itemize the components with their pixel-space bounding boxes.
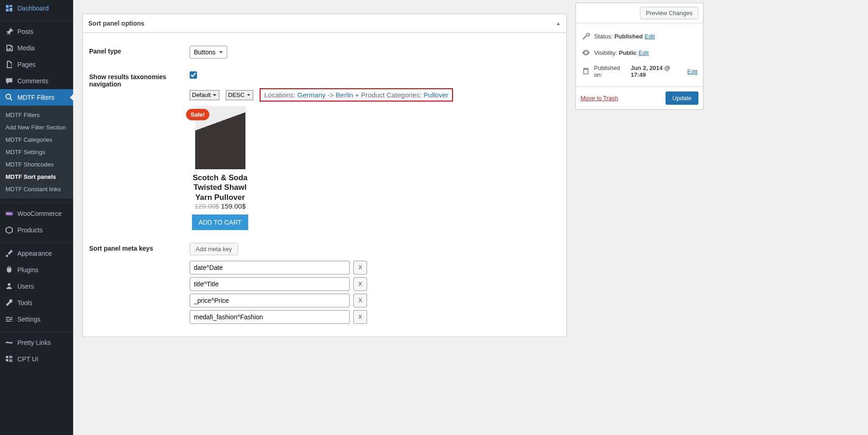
panel-title: Sort panel options [88, 20, 144, 27]
product-new-price: 159.00$ [221, 202, 245, 210]
menu-dashboard[interactable]: Dashboard [0, 0, 73, 16]
pin-icon [5, 27, 14, 36]
meta-key-input[interactable] [190, 310, 350, 324]
meta-key-remove-button[interactable]: X [353, 277, 367, 291]
edit-visibility-link[interactable]: Edit [639, 49, 649, 56]
meta-key-row: X [190, 277, 560, 291]
meta-keys-label: Sort panel meta keys [89, 243, 190, 252]
eye-icon [581, 48, 591, 57]
meta-key-input[interactable] [190, 277, 350, 291]
grid-icon [5, 354, 14, 364]
plug-icon [5, 265, 14, 274]
published-label: Published on: [594, 64, 629, 78]
meta-key-remove-button[interactable]: X [353, 310, 367, 324]
preview-default-select[interactable]: Default [190, 90, 219, 100]
mdtf-submenu: MDTF Filters Add New Filter Section MDTF… [0, 106, 73, 199]
meta-key-input[interactable] [190, 294, 350, 307]
menu-pretty-links[interactable]: Pretty Links [0, 334, 73, 351]
menu-label: Pages [17, 61, 36, 68]
menu-pages[interactable]: Pages [0, 56, 73, 73]
meta-key-row: X [190, 261, 560, 274]
user-icon [5, 282, 14, 291]
search-icon [5, 93, 14, 102]
calendar-icon [581, 67, 590, 76]
wrench-icon [5, 298, 14, 307]
menu-media[interactable]: Media [0, 40, 73, 56]
published-value: Jun 2, 2014 @ 17:49 [631, 64, 686, 78]
menu-label: Pretty Links [17, 339, 51, 346]
add-to-cart-button[interactable]: ADD TO CART [192, 215, 248, 230]
meta-key-remove-button[interactable]: X [353, 261, 367, 274]
meta-key-input[interactable] [190, 261, 350, 274]
menu-label: Dashboard [17, 5, 49, 12]
link-icon [5, 338, 14, 347]
publish-metabox: Preview Changes Status: Published Edit V… [575, 3, 703, 110]
submenu-sort-panels[interactable]: MDTF Sort panels [0, 171, 73, 183]
show-taxonomies-label: Show results taxonomies navigation [89, 71, 190, 88]
update-button[interactable]: Update [666, 91, 698, 105]
menu-woocommerce[interactable]: Woo WooCommerce [0, 205, 73, 222]
visibility-label: Visibility: [594, 49, 617, 56]
status-label: Status: [594, 33, 612, 40]
sale-badge: Sale! [186, 109, 209, 120]
submenu-add-new[interactable]: Add New Filter Section [0, 121, 73, 134]
submenu-filters[interactable]: MDTF Filters [0, 109, 73, 121]
breadcrumb-country[interactable]: Germany [298, 91, 326, 99]
admin-sidebar: Dashboard Posts Media Pages Comments MDT… [0, 0, 73, 435]
menu-label: Products [17, 226, 43, 234]
submenu-categories[interactable]: MDTF Categories [0, 134, 73, 146]
comments-icon [5, 76, 14, 86]
menu-plugins[interactable]: Plugins [0, 262, 73, 278]
panel-type-select[interactable]: Buttons [190, 46, 227, 59]
breadcrumb-city[interactable]: Berlin [335, 91, 353, 99]
key-icon [581, 32, 591, 41]
menu-cpt-ui[interactable]: CPT UI [0, 351, 73, 367]
preview-order-select[interactable]: DESC [226, 90, 253, 100]
collapse-icon: ▲ [556, 21, 561, 26]
edit-status-link[interactable]: Edit [644, 33, 655, 40]
menu-tools[interactable]: Tools [0, 295, 73, 311]
meta-key-row: X [190, 310, 560, 324]
menu-products[interactable]: Products [0, 222, 73, 238]
taxonomy-breadcrumb: Locations: Germany -> Berlin + Product C… [260, 88, 453, 102]
pages-icon [5, 60, 14, 69]
dashboard-icon [5, 4, 14, 13]
product-title: Scotch & Soda Twisted Shawl Yarn Pullove… [190, 173, 250, 202]
media-icon [5, 43, 14, 53]
svg-text:Woo: Woo [6, 212, 12, 215]
menu-label: Posts [17, 28, 33, 35]
add-meta-key-button[interactable]: Add meta key [190, 243, 238, 255]
menu-label: Appearance [17, 250, 52, 257]
move-to-trash-link[interactable]: Move to Trash [580, 95, 618, 102]
menu-label: Users [17, 283, 34, 290]
menu-label: Plugins [17, 266, 38, 274]
menu-posts[interactable]: Posts [0, 23, 73, 40]
menu-label: WooCommerce [17, 210, 62, 217]
menu-label: MDTF Filters [17, 94, 54, 101]
menu-appearance[interactable]: Appearance [0, 245, 73, 262]
submenu-shortcodes[interactable]: MDTF Shortcodes [0, 158, 73, 171]
submenu-constant-links[interactable]: MDTF Constant links [0, 183, 73, 195]
product-card: Sale! Scotch & Soda Twisted Shawl Yarn P… [190, 106, 250, 230]
preview-changes-button[interactable]: Preview Changes [640, 7, 698, 19]
woocommerce-icon: Woo [5, 209, 14, 218]
menu-settings[interactable]: Settings [0, 311, 73, 328]
products-icon [5, 226, 14, 235]
menu-label: Comments [17, 77, 48, 85]
sliders-icon [5, 315, 14, 324]
menu-label: CPT UI [17, 355, 38, 363]
meta-key-row: X [190, 294, 560, 307]
menu-label: Tools [17, 299, 32, 306]
visibility-value: Public [619, 49, 637, 56]
submenu-settings[interactable]: MDTF Settings [0, 146, 73, 158]
breadcrumb-category[interactable]: Pullover [424, 91, 448, 99]
menu-mdtf-filters[interactable]: MDTF Filters [0, 89, 73, 106]
meta-key-remove-button[interactable]: X [353, 294, 367, 307]
status-value: Published [614, 33, 643, 40]
edit-published-link[interactable]: Edit [687, 68, 698, 75]
menu-comments[interactable]: Comments [0, 73, 73, 89]
panel-header[interactable]: Sort panel options ▲ [83, 14, 566, 33]
menu-users[interactable]: Users [0, 278, 73, 295]
show-taxonomies-checkbox[interactable] [190, 71, 197, 79]
main-content: Sort panel options ▲ Panel type Buttons … [73, 0, 868, 435]
